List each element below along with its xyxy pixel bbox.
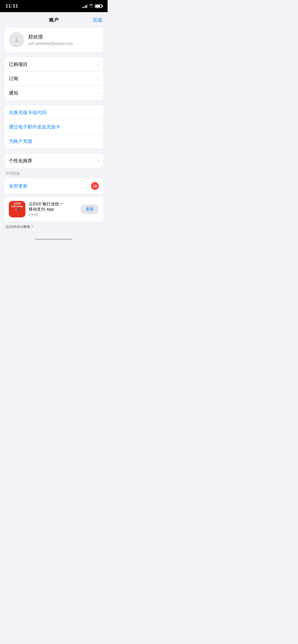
status-icons (82, 4, 102, 8)
menu-item-notifications[interactable]: 通知 › (4, 86, 103, 100)
home-bar (35, 239, 72, 240)
menu-section-1: 已购项目 › 订阅 › 通知 › (4, 57, 103, 100)
app-icon: 云闪付 UnionPay (9, 201, 25, 217)
menu-item-add-funds-label: 为账户充值 (9, 138, 32, 144)
chevron-icon: › (97, 62, 99, 67)
app-update-row: 云闪付 UnionPay 云闪付-银行业统一移动支付 App 2天前 更新 (4, 197, 103, 221)
user-card[interactable]: ⊥ 郑丝滑 zsh.sevenine@icloud.com (4, 28, 103, 52)
wifi-icon (89, 4, 93, 8)
menu-item-redeem-label: 兑换充值卡或代码 (9, 109, 46, 116)
updates-section-label: 可用更新 (4, 171, 103, 178)
app-icon-text-sub: UnionPay (11, 205, 23, 208)
update-badge: 18 (91, 182, 99, 190)
menu-item-purchased[interactable]: 已购项目 › (4, 57, 103, 72)
menu-item-notifications-label: 通知 (9, 90, 18, 96)
main-content: ⊥ 郑丝滑 zsh.sevenine@icloud.com 已购项目 › 订阅 … (0, 28, 108, 242)
menu-section-3: 个性化推荐 › (4, 154, 103, 168)
done-button[interactable]: 完成 (93, 17, 102, 23)
nav-bar: 账户 完成 (0, 12, 108, 28)
app-description: 云闪付10.0来啦！ (6, 225, 34, 229)
menu-section-2: 兑换充值卡或代码 通过电子邮件发送充值卡 为账户充值 (4, 106, 103, 148)
status-time: 11:11 (6, 3, 18, 9)
user-email: zsh.sevenine@icloud.com (28, 41, 73, 46)
app-icon-logo (15, 209, 20, 210)
battery-icon (95, 4, 102, 8)
avatar: ⊥ (9, 32, 24, 47)
menu-item-purchased-label: 已购项目 (9, 61, 28, 68)
signal-icon (82, 4, 87, 8)
chevron-icon: › (97, 76, 99, 81)
menu-item-subscription-label: 订阅 (9, 76, 18, 82)
menu-item-personalized-label: 个性化推荐 (9, 158, 32, 164)
app-name: 云闪付-银行业统一移动支付 App (29, 201, 77, 212)
chevron-icon: › (97, 158, 99, 163)
menu-item-personalized[interactable]: 个性化推荐 › (4, 154, 103, 168)
home-indicator (4, 236, 103, 242)
menu-item-send-gift-label: 通过电子邮件发送充值卡 (9, 124, 60, 130)
status-bar: 11:11 (0, 0, 108, 12)
update-all-label: 全部更新 (9, 183, 28, 189)
menu-item-add-funds[interactable]: 为账户充值 (4, 134, 103, 148)
user-info: 郑丝滑 zsh.sevenine@icloud.com (28, 34, 73, 46)
chevron-icon: › (97, 91, 99, 96)
page-title: 账户 (49, 17, 58, 23)
menu-item-redeem[interactable]: 兑换充值卡或代码 (4, 106, 103, 120)
menu-item-send-gift[interactable]: 通过电子邮件发送充值卡 (4, 120, 103, 134)
update-button[interactable]: 更新 (81, 204, 99, 214)
menu-item-subscription[interactable]: 订阅 › (4, 72, 103, 86)
app-details: 云闪付-银行业统一移动支付 App 2天前 (29, 201, 77, 217)
app-time: 2天前 (29, 212, 77, 217)
user-name: 郑丝滑 (28, 34, 73, 40)
update-all-row[interactable]: 全部更新 18 (4, 178, 103, 194)
